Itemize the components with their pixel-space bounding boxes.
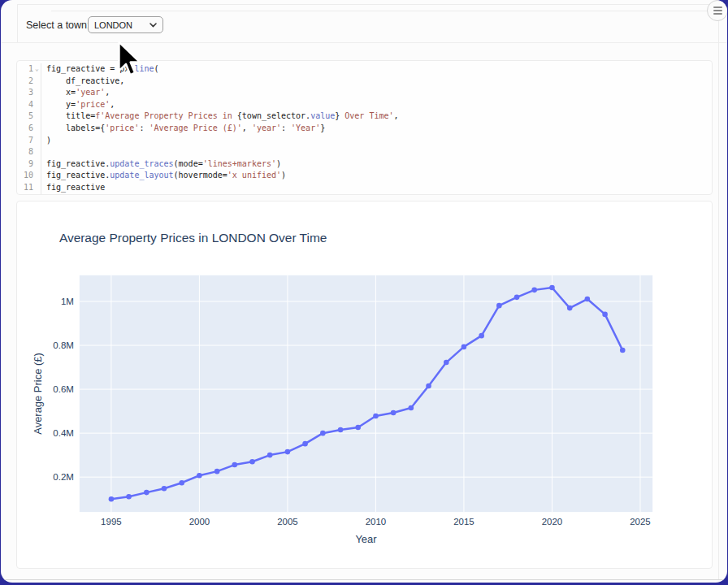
- plot-area[interactable]: [80, 275, 652, 512]
- data-point[interactable]: [479, 333, 484, 339]
- data-point[interactable]: [444, 360, 449, 366]
- town-select-value: LONDON: [94, 20, 150, 30]
- bottom-divider: [1, 579, 727, 580]
- code-text: fig_reactive.update_layout(hovermode='x …: [41, 170, 712, 182]
- data-point[interactable]: [285, 449, 291, 455]
- code-text: fig_reactive: [41, 182, 712, 194]
- app-window: { "app": { "background_color": "#2b2b9b"…: [0, 0, 728, 585]
- divider: [17, 4, 727, 5]
- y-tick-label: 1M: [61, 297, 74, 306]
- line-number: 10: [17, 170, 33, 182]
- data-point[interactable]: [585, 297, 591, 302]
- y-tick-label: 0.2M: [53, 472, 74, 482]
- line-number: 1: [17, 63, 33, 76]
- code-text: ): [41, 135, 712, 147]
- data-point[interactable]: [514, 295, 520, 301]
- x-tick-label: 2010: [366, 517, 387, 526]
- code-line[interactable]: 3 x='year',: [17, 87, 712, 99]
- chart-title: Average Property Prices in LONDON Over T…: [59, 231, 327, 245]
- line-number: 2: [17, 76, 33, 88]
- town-select-label: Select a town:: [26, 20, 90, 31]
- line-number: 11: [17, 182, 33, 194]
- data-point[interactable]: [338, 427, 344, 433]
- data-point[interactable]: [179, 480, 184, 486]
- code-line[interactable]: 1⌄fig_reactive = px.line(: [17, 63, 712, 76]
- data-point[interactable]: [531, 288, 537, 293]
- fold-spacer: [33, 182, 41, 194]
- code-text: fig_reactive.update_traces(mode='lines+m…: [41, 158, 712, 171]
- fold-spacer: [33, 123, 41, 135]
- code-line[interactable]: 5 title=f'Average Property Prices in {to…: [17, 110, 712, 123]
- fold-spacer: [33, 87, 41, 99]
- data-point[interactable]: [162, 486, 167, 492]
- y-tick-label: 0.4M: [53, 428, 74, 438]
- line-number: 6: [17, 123, 33, 135]
- x-tick-label: 2020: [542, 517, 563, 526]
- data-point[interactable]: [320, 431, 326, 436]
- code-line[interactable]: 10fig_reactive.update_layout(hovermode='…: [17, 170, 712, 182]
- chart-output-cell: 19952000200520102015202020250.2M0.4M0.6M…: [16, 201, 713, 569]
- data-point[interactable]: [197, 473, 202, 479]
- data-point[interactable]: [302, 441, 308, 447]
- line-number: 3: [17, 87, 33, 99]
- fold-spacer: [33, 110, 41, 123]
- y-tick-label: 0.8M: [53, 340, 74, 350]
- data-point[interactable]: [391, 410, 396, 416]
- y-tick-label: 0.6M: [53, 384, 74, 394]
- notebook-page: Select a town: LONDON 1⌄fig_reactive = p…: [1, 0, 727, 583]
- x-tick-label: 2000: [189, 517, 210, 526]
- data-point[interactable]: [602, 312, 608, 318]
- code-text: fig_reactive = px.line(: [41, 63, 712, 76]
- data-point[interactable]: [567, 306, 573, 311]
- fold-spacer: [33, 76, 41, 88]
- code-text: x='year',: [41, 87, 712, 99]
- header-divider: [1, 42, 727, 43]
- code-line[interactable]: 6 labels={'price': 'Average Price (£)', …: [17, 123, 712, 135]
- data-point[interactable]: [549, 285, 555, 291]
- data-point[interactable]: [249, 459, 255, 465]
- code-line[interactable]: 8: [17, 146, 712, 158]
- code-text: df_reactive,: [41, 76, 712, 88]
- data-point[interactable]: [426, 384, 431, 389]
- chevron-down-icon: [150, 23, 157, 28]
- code-line[interactable]: 7): [17, 135, 712, 147]
- code-line[interactable]: 4 y='price',: [17, 99, 712, 111]
- divider: [718, 4, 719, 579]
- data-point[interactable]: [496, 303, 502, 309]
- data-point[interactable]: [462, 344, 467, 350]
- data-point[interactable]: [109, 496, 115, 502]
- x-tick-label: 2015: [453, 517, 474, 526]
- town-select[interactable]: LONDON: [88, 16, 163, 33]
- data-point[interactable]: [144, 490, 150, 496]
- data-point[interactable]: [409, 405, 414, 411]
- x-tick-label: 2025: [630, 517, 651, 526]
- line-number: 9: [17, 158, 33, 171]
- fold-spacer: [33, 135, 41, 147]
- data-point[interactable]: [373, 414, 379, 419]
- fold-spacer: [33, 146, 41, 158]
- x-tick-label: 2005: [277, 517, 298, 526]
- code-text: [41, 146, 712, 158]
- code-text: y='price',: [41, 99, 712, 111]
- code-line[interactable]: 2 df_reactive,: [17, 76, 712, 88]
- y-axis-title: Average Price (£): [32, 353, 44, 435]
- line-number: 5: [17, 110, 33, 123]
- data-point[interactable]: [267, 453, 273, 458]
- data-point[interactable]: [126, 494, 132, 500]
- line-number: 7: [17, 135, 33, 147]
- code-cell[interactable]: 1⌄fig_reactive = px.line(2 df_reactive,3…: [16, 60, 713, 195]
- menu-button[interactable]: [707, 0, 727, 21]
- data-point[interactable]: [214, 469, 220, 474]
- divider: [17, 4, 18, 43]
- line-number: 8: [17, 146, 33, 158]
- data-point[interactable]: [232, 462, 237, 468]
- data-point[interactable]: [355, 425, 361, 431]
- fold-spacer: [33, 158, 41, 171]
- fold-chevron-icon[interactable]: ⌄: [33, 63, 41, 76]
- x-axis-title: Year: [355, 533, 377, 545]
- code-lines: 1⌄fig_reactive = px.line(2 df_reactive,3…: [17, 63, 712, 194]
- code-text: title=f'Average Property Prices in {town…: [41, 110, 712, 123]
- data-point[interactable]: [620, 348, 626, 353]
- code-line[interactable]: 11fig_reactive: [17, 182, 712, 194]
- code-line[interactable]: 9fig_reactive.update_traces(mode='lines+…: [17, 158, 712, 171]
